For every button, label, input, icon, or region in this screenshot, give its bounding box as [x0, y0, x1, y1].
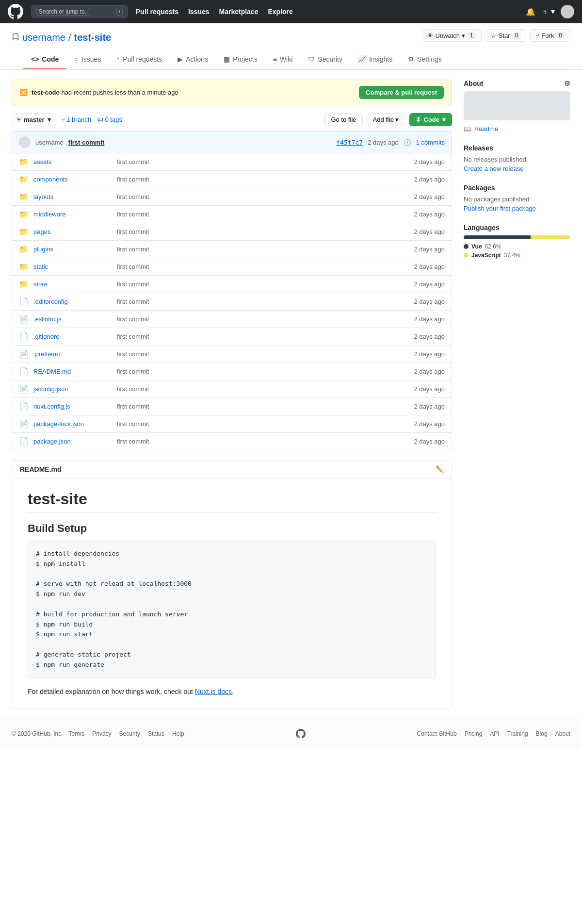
file-icon: 📄 [19, 402, 28, 411]
tab-wiki[interactable]: ≡ Wiki [265, 50, 301, 69]
readme-section: README.md ✏️ test-site Build Setup # ins… [12, 460, 452, 709]
file-row: 📁 static first commit 2 days ago [12, 258, 452, 276]
tab-settings[interactable]: ⚙ Settings [400, 50, 450, 69]
file-name-link[interactable]: plugins [33, 246, 111, 253]
sidebar-languages: Languages Vue 62.6% JavaScript 37.4% [464, 224, 570, 259]
file-icon: 📄 [19, 419, 28, 429]
file-row: 📄 .editorconfig first commit 2 days ago [12, 293, 452, 311]
tag-count-link[interactable]: 🏷 0 tags [97, 116, 122, 123]
nav-issues[interactable]: Issues [188, 8, 210, 16]
footer-contact-link[interactable]: Contact GitHub [417, 730, 457, 737]
file-name-link[interactable]: static [33, 263, 111, 270]
notifications-button[interactable]: 🔔 [526, 7, 535, 16]
footer-blog-link[interactable]: Blog [536, 730, 548, 737]
publish-package-link[interactable]: Publish your first package [464, 205, 570, 212]
repo-icon [12, 33, 19, 41]
folder-icon: 📁 [19, 280, 28, 289]
file-name-link[interactable]: package.json [33, 438, 111, 445]
nav-pull-requests[interactable]: Pull requests [136, 8, 178, 16]
go-to-file-button[interactable]: Go to file [324, 113, 362, 126]
footer-pricing-link[interactable]: Pricing [465, 730, 483, 737]
file-name-link[interactable]: .eslintrc.js [33, 315, 111, 323]
repo-action-buttons: 👁 Unwatch ▾ 1 ☆ Star 0 ⑂ Fork 0 [422, 29, 570, 42]
file-table: 📁 assets first commit 2 days ago 📁 compo… [12, 153, 452, 450]
repo-name-link[interactable]: test-site [74, 32, 112, 43]
folder-icon: 📁 [19, 262, 28, 271]
create-new-button[interactable]: ＋ ▾ [541, 7, 555, 17]
file-name-link[interactable]: middleware [33, 211, 111, 218]
top-nav: Search or jump to.. / Pull requests Issu… [0, 0, 582, 23]
github-logo-icon[interactable] [8, 4, 23, 19]
footer-training-link[interactable]: Training [507, 730, 528, 737]
compare-pull-request-button[interactable]: Compare & pull request [359, 86, 444, 99]
footer-privacy-link[interactable]: Privacy [92, 730, 111, 737]
branch-bar: ⑂ master ▾ ⑂ 1 branch 🏷 0 tags Go to fil… [12, 113, 452, 126]
file-name-link[interactable]: pages [33, 228, 111, 235]
file-icon: 📄 [19, 437, 28, 446]
file-name-link[interactable]: nuxt.config.js [33, 403, 111, 410]
file-name-link[interactable]: store [33, 280, 111, 288]
footer-left: © 2020 GitHub, Inc. Terms Privacy Securi… [12, 730, 184, 737]
file-icon: 📄 [19, 314, 28, 324]
commit-hash-link[interactable]: f45f7c7 [336, 139, 363, 146]
footer-help-link[interactable]: Help [172, 730, 184, 737]
main-container: 🔀 test-code had recent pushes less than … [0, 70, 582, 719]
js-dot [464, 253, 469, 258]
branch-selector[interactable]: ⑂ master ▾ [12, 113, 56, 126]
file-name-link[interactable]: README.md [33, 368, 111, 375]
avatar[interactable] [561, 5, 574, 18]
sidebar-releases: Releases No releases published Create a … [464, 144, 570, 172]
add-file-button[interactable]: Add file ▾ [367, 113, 405, 126]
lang-vue-item: Vue 62.6% [464, 243, 570, 250]
file-name-link[interactable]: .editorconfig [33, 298, 111, 305]
file-row: 📄 .gitignore first commit 2 days ago [12, 328, 452, 346]
commit-avatar [19, 136, 31, 148]
repo-owner-link[interactable]: username [22, 32, 65, 43]
file-row: 📄 package.json first commit 2 days ago [12, 433, 452, 450]
file-name-link[interactable]: assets [33, 158, 111, 165]
nav-marketplace[interactable]: Marketplace [219, 8, 259, 16]
commit-message-link[interactable]: first commit [68, 139, 104, 146]
nav-right-actions: 🔔 ＋ ▾ [526, 5, 574, 18]
nav-explore[interactable]: Explore [268, 8, 292, 16]
footer-api-link[interactable]: API [490, 730, 499, 737]
languages-bar [464, 235, 570, 239]
tab-issues[interactable]: ○ Issues [66, 50, 109, 69]
file-name-link[interactable]: package-lock.json [33, 420, 111, 428]
file-name-link[interactable]: components [33, 176, 111, 183]
tab-insights[interactable]: 📈 Insights [350, 50, 400, 69]
commits-count-link[interactable]: 1 commits [416, 139, 445, 146]
file-name-link[interactable]: .prettierrc [33, 350, 111, 358]
file-name-link[interactable]: jsconfig.json [33, 385, 111, 393]
github-footer-logo [296, 729, 306, 739]
repo-content: 🔀 test-code had recent pushes less than … [12, 80, 452, 709]
readme-content: test-site Build Setup # install dependen… [12, 478, 452, 709]
create-release-link[interactable]: Create a new release [464, 165, 570, 172]
footer-status-link[interactable]: Status [148, 730, 164, 737]
file-name-link[interactable]: .gitignore [33, 333, 111, 340]
branch-count-link[interactable]: ⑂ 1 branch [61, 116, 91, 123]
folder-icon: 📁 [19, 192, 28, 201]
search-input[interactable]: Search or jump to.. / [31, 5, 128, 18]
tab-code[interactable]: <> Code [23, 50, 66, 69]
nuxtjs-docs-link[interactable]: Nuxt.js docs [195, 688, 232, 695]
file-row: 📄 jsconfig.json first commit 2 days ago [12, 380, 452, 398]
readme-link[interactable]: 📖 Readme [464, 125, 570, 132]
footer-terms-link[interactable]: Terms [69, 730, 85, 737]
tab-security[interactable]: 🛡 Security [300, 50, 350, 69]
tab-projects[interactable]: ▦ Projects [216, 50, 265, 69]
code-dropdown-button[interactable]: ⬇ Code ▾ [409, 113, 453, 126]
fork-button[interactable]: ⑂ Fork 0 [530, 29, 570, 42]
readme-header: README.md ✏️ [12, 461, 452, 478]
nav-links: Pull requests Issues Marketplace Explore [136, 8, 293, 16]
tab-actions[interactable]: ▶ Actions [170, 50, 216, 69]
unwatch-button[interactable]: 👁 Unwatch ▾ 1 [422, 29, 482, 42]
edit-readme-icon[interactable]: ✏️ [436, 465, 444, 473]
file-icon: 📄 [19, 384, 28, 394]
tab-pull-requests[interactable]: ↑ Pull requests [109, 50, 170, 69]
footer-security-link[interactable]: Security [119, 730, 140, 737]
about-settings-icon[interactable]: ⚙ [564, 80, 570, 87]
footer-about-link[interactable]: About [555, 730, 570, 737]
star-button[interactable]: ☆ Star 0 [485, 29, 527, 42]
file-name-link[interactable]: layouts [33, 193, 111, 200]
